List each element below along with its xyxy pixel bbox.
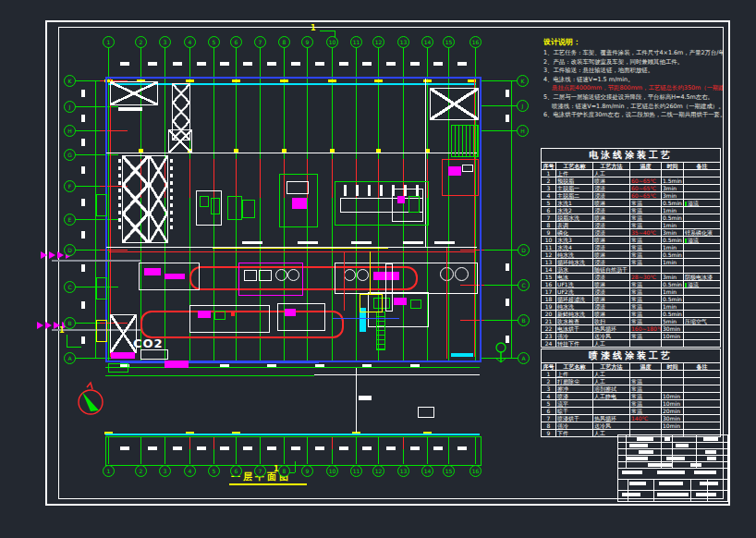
table-cell: 4: [542, 192, 556, 200]
title-block-line: [618, 455, 727, 456]
table-cell: 35~40℃: [630, 229, 662, 237]
table-cell: 浸渍: [593, 303, 630, 311]
note-line: 3、工件输送：悬挂输送链，地面积放链。: [543, 67, 723, 76]
title-block-line: [690, 463, 701, 467]
wall-attachment: [96, 320, 107, 342]
table-cell: 2: [542, 177, 556, 185]
title-block-line: [618, 479, 727, 480]
grid-line-horizontal: [480, 285, 518, 286]
dim-text: [359, 396, 372, 400]
grid-bubble-top: 7: [254, 36, 266, 48]
table-cell: 喷淋: [593, 281, 630, 288]
grid-bubble-bottom: 13: [397, 465, 409, 477]
table-cell: 浸渍: [593, 207, 630, 214]
table-cell: 浸渍: [593, 274, 630, 281]
title-block-line: [657, 471, 685, 474]
table-cell: 纯水洗: [556, 251, 593, 259]
conveyor-arrow: [41, 251, 47, 259]
equipment-part: [144, 268, 161, 275]
table-row: 3擦净溶剂擦拭常温: [542, 385, 721, 393]
table-cell: [684, 311, 721, 318]
table-header-cell: 温度: [630, 163, 662, 170]
table-cell: [684, 325, 721, 333]
equipment-part: [211, 198, 220, 214]
table-cell: [684, 288, 721, 296]
table-cell: [684, 266, 721, 274]
table-cell: [684, 400, 721, 408]
north-arrow-icon: [74, 381, 107, 418]
table-cell: [684, 408, 721, 415]
table-cell: 常温: [630, 311, 662, 318]
section-marker-left: 1: [59, 326, 65, 335]
dim-text: [506, 263, 509, 271]
table-header-cell: 工艺名称: [556, 363, 593, 371]
tree-icon: [490, 340, 512, 364]
grid-bubble-top: 15: [443, 36, 455, 48]
table-row: 17UF2洗浸渍常温1min: [542, 288, 721, 296]
table-cell: 0.5min: [662, 237, 684, 244]
control-box: [360, 294, 383, 312]
table-cell: 喷淋: [593, 296, 630, 303]
equipment-part: [287, 181, 309, 194]
table-cell: 吹水检查: [556, 318, 593, 325]
interior-wall: [106, 153, 477, 153]
tank: [275, 269, 287, 281]
table-header-cell: 时间: [662, 163, 684, 170]
table-cell: [593, 408, 630, 415]
tank: [287, 269, 299, 281]
table-cell: [662, 385, 684, 393]
table-cell: 16: [542, 281, 556, 288]
cad-viewport[interactable]: 1122334455667788991010111112121313141415…: [0, 0, 756, 538]
stair-area: [430, 88, 479, 120]
dim-text: [386, 62, 396, 66]
table-row: 16UF1洗喷淋常温0.5min溢流: [542, 281, 721, 288]
table-cell: 打磨除尘: [556, 378, 593, 385]
table-cell: 晾干: [556, 408, 593, 415]
table-cell: 3min: [662, 185, 684, 192]
table-cell: 人工: [593, 170, 630, 177]
conveyor-rail: [52, 260, 140, 262]
table-cell: 强冷: [556, 422, 593, 430]
conveyor-arrow: [57, 251, 64, 259]
table-cell: 上件: [556, 170, 593, 177]
table-row: 5水洗1喷淋常温0.5min溢流: [542, 200, 721, 207]
table-cell: 60~65℃: [630, 177, 662, 185]
grid-bubble-left: J: [64, 101, 76, 113]
title-block-line: [618, 468, 727, 469]
table-cell: 9: [542, 229, 556, 237]
table-cell: 1min: [662, 303, 684, 311]
table-row: 10水洗3喷淋常温0.5min溢流: [542, 237, 721, 244]
note-line: 4、电泳线：链速V=1.5 m/min。: [543, 76, 723, 85]
title-block-line: [705, 450, 716, 454]
table-cell: UF2洗: [556, 288, 593, 296]
grid-bubble-right: B: [518, 314, 530, 326]
grid-bubble-left: B: [64, 317, 76, 329]
table-cell: 喷淋: [593, 214, 630, 222]
dim-text: [81, 166, 85, 174]
table-cell: 热风循环: [593, 415, 630, 422]
dim-text: [433, 62, 443, 66]
table-row: 21吹水检查吹扫常温5min压缩空气: [542, 318, 721, 325]
title-block-line: [618, 442, 727, 443]
title-block-line: [626, 435, 627, 468]
grid-line-horizontal: [480, 130, 518, 131]
title-block-line: [618, 461, 727, 462]
dimension-line: [105, 367, 480, 368]
grid-bubble-top: 11: [350, 36, 362, 48]
table-row: 6水洗2浸渍常温1min: [542, 207, 721, 214]
title-block-line: [653, 479, 654, 501]
grid-bubble-bottom: 5: [208, 465, 220, 477]
equipment-part: [200, 196, 209, 207]
table-cell: 1: [542, 170, 556, 177]
table-cell: 9: [542, 430, 556, 437]
grid-bubble-bottom: 7: [254, 465, 266, 477]
table-cell: 溢流: [684, 200, 721, 207]
table-row: 4喷漆人工静电常温10min: [542, 393, 721, 400]
table-cell: 常温: [630, 378, 662, 385]
table-header-cell: 时间: [662, 363, 684, 371]
table-cell: 喷淋: [593, 251, 630, 259]
table-cell: 锌系磷化液: [684, 229, 721, 237]
equipment: [242, 200, 255, 218]
table-cell: 浸渍: [593, 229, 630, 237]
grid-line-horizontal: [480, 250, 518, 251]
